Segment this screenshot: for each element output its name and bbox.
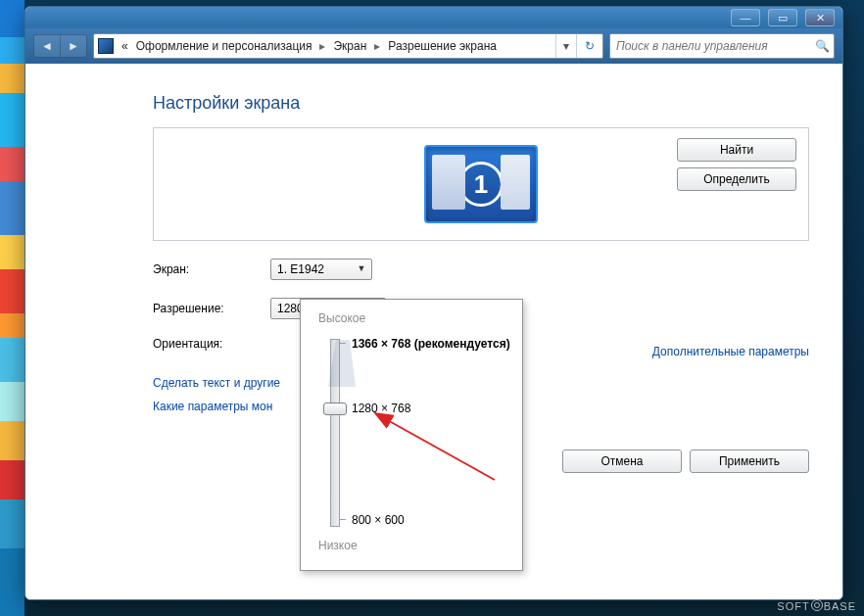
breadcrumb[interactable]: Оформление и персонализация [132, 39, 316, 53]
slider-low-label: Низкое [318, 539, 506, 552]
detect-button[interactable]: Определить [677, 167, 796, 191]
breadcrumb-prefix: « [118, 39, 132, 53]
nav-arrows: ◄ ► [33, 34, 87, 58]
slider-high-label: Высокое [318, 311, 506, 325]
nav-row: ◄ ► « Оформление и персонализация ▸ Экра… [25, 28, 842, 64]
desktop-taskbar-stripe [0, 0, 24, 616]
titlebar[interactable]: — ▭ ✕ [25, 7, 842, 28]
refresh-button[interactable]: ↻ [576, 34, 602, 58]
dialog-buttons: Отмена Применить [562, 450, 809, 473]
monitor-thumbnail[interactable]: 1 [424, 145, 538, 223]
search-input[interactable] [610, 39, 810, 53]
svg-line-0 [375, 413, 495, 480]
breadcrumb[interactable]: Экран [329, 39, 370, 53]
slider-tick [340, 519, 346, 520]
maximize-button[interactable]: ▭ [768, 9, 797, 26]
minimize-button[interactable]: — [731, 9, 760, 26]
display-arrangement-panel[interactable]: 1 Найти Определить [153, 127, 809, 241]
slider-option-min[interactable]: 800 × 600 [352, 513, 405, 527]
cancel-button[interactable]: Отмена [562, 450, 682, 473]
slider-tick [340, 343, 346, 344]
apply-button[interactable]: Применить [690, 450, 809, 473]
slider-thumb[interactable] [323, 403, 347, 415]
resolution-label: Разрешение: [153, 302, 270, 315]
search-icon[interactable]: 🔍 [810, 39, 834, 53]
back-button[interactable]: ◄ [34, 35, 60, 57]
close-button[interactable]: ✕ [805, 9, 835, 26]
monitor-number: 1 [458, 162, 504, 207]
resolution-popup: Высокое 1366 × 768 (рекомендуется) 1280 … [300, 299, 523, 571]
slider-option-recommended[interactable]: 1366 × 768 (рекомендуется) [352, 337, 510, 351]
screen-select-value: 1. E1942 [277, 262, 324, 276]
address-drop-button[interactable]: ▾ [555, 34, 576, 58]
monitor-settings-link[interactable]: Какие параметры мон [153, 400, 272, 413]
text-size-link[interactable]: Сделать текст и другие [153, 376, 280, 390]
address-bar[interactable]: « Оформление и персонализация ▸ Экран ▸ … [93, 33, 603, 59]
page-title: Настройки экрана [153, 93, 809, 114]
annotation-arrow-icon [358, 400, 504, 507]
resolution-slider[interactable]: 1366 × 768 (рекомендуется) 1280 × 768 80… [318, 331, 506, 537]
chevron-down-icon: ▼ [356, 262, 367, 274]
watermark: SOFTBASE [777, 599, 856, 612]
search-box[interactable]: 🔍 [609, 33, 835, 59]
breadcrumb[interactable]: Разрешение экрана [384, 39, 501, 53]
slider-option-current[interactable]: 1280 × 768 [352, 402, 410, 415]
screen-select[interactable]: 1. E1942 ▼ [270, 259, 372, 280]
screen-label: Экран: [153, 262, 270, 276]
chevron-right-icon: ▸ [315, 39, 329, 53]
forward-button[interactable]: ► [60, 35, 86, 57]
chevron-right-icon: ▸ [370, 39, 384, 53]
orientation-label: Ориентация: [153, 337, 270, 351]
find-button[interactable]: Найти [677, 138, 796, 162]
control-panel-icon [98, 38, 114, 54]
advanced-settings-link[interactable]: Дополнительные параметры [652, 345, 809, 358]
slider-track[interactable] [330, 339, 340, 527]
control-panel-window: — ▭ ✕ ◄ ► « Оформление и персонализация … [24, 6, 843, 600]
